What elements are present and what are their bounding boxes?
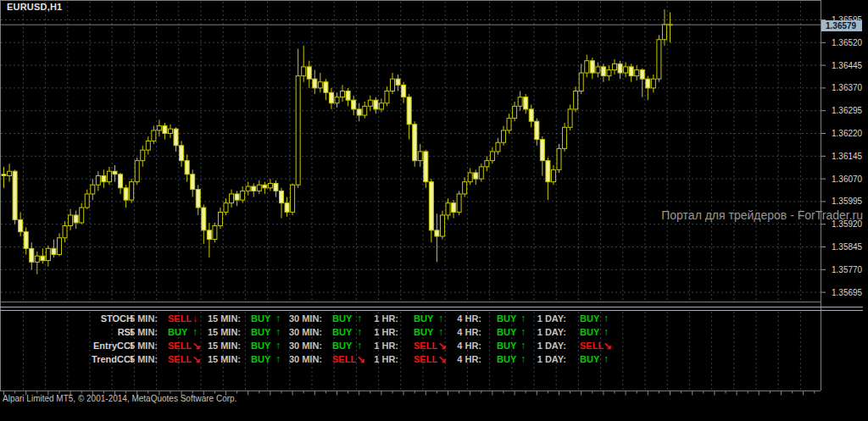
candle — [30, 248, 34, 262]
candle — [657, 40, 661, 79]
candle — [218, 212, 222, 225]
timeframe-label: 4 HR: — [437, 325, 481, 339]
candle — [490, 152, 494, 161]
candle — [196, 190, 200, 208]
timeframe-label: 30 MIN: — [278, 325, 322, 339]
symbol-period-label: EURUSD,H1 — [7, 2, 62, 12]
candle — [613, 64, 617, 69]
candle — [546, 161, 550, 182]
candle — [307, 67, 311, 79]
timeframe-label: 5 MIN: — [114, 312, 158, 325]
candle — [357, 109, 361, 115]
candle — [185, 161, 189, 174]
candle — [379, 103, 383, 109]
up-arrow-icon: ↑ — [604, 325, 609, 339]
price-axis-label: 1.36220 — [832, 129, 863, 138]
candle — [252, 186, 256, 191]
candle — [640, 69, 644, 79]
price-axis-label: 1.35845 — [832, 242, 863, 252]
candle — [130, 182, 134, 200]
up-arrow-icon: ↑ — [604, 352, 609, 366]
candle — [69, 215, 73, 226]
signal-buy: BUY — [414, 312, 433, 325]
timeframe-label: 1 HR: — [354, 312, 398, 325]
signal-buy: BUY — [497, 339, 516, 352]
candle — [579, 73, 583, 91]
timeframe-label: 4 HR: — [437, 352, 481, 366]
candle — [429, 182, 433, 230]
candle — [485, 161, 489, 167]
candle — [157, 126, 161, 130]
signal-buy: BUY — [251, 312, 270, 325]
candle — [213, 225, 217, 239]
signal-buy: BUY — [332, 339, 352, 352]
candle — [8, 171, 12, 175]
candle — [335, 97, 339, 103]
candle — [85, 194, 89, 208]
signal-buy: BUY — [580, 352, 599, 366]
candle — [463, 182, 467, 194]
signal-buy: BUY — [497, 352, 516, 366]
down-arrow-icon: ↘ — [604, 339, 612, 352]
candle — [135, 161, 139, 182]
candle — [207, 230, 211, 240]
candle — [124, 188, 128, 200]
candle — [241, 191, 245, 200]
timeframe-label: 5 MIN: — [114, 352, 158, 366]
mt5-chart-window: 1.365951.365201.364451.363701.362951.362… — [0, 0, 868, 421]
candle — [407, 97, 411, 125]
candle — [63, 225, 67, 237]
watermark-text: Портал для трейдеров - ForTrader.ru — [661, 208, 863, 222]
candle — [19, 219, 23, 231]
candle — [52, 248, 56, 254]
signal-sell: SELL — [168, 352, 192, 366]
price-axis-label: 1.36520 — [832, 38, 863, 47]
candle — [446, 203, 450, 215]
timeframe-label: 1 DAY: — [522, 312, 566, 325]
timeframe-label: 1 DAY: — [522, 352, 566, 366]
timeframe-label: 4 HR: — [437, 312, 481, 325]
candle — [285, 203, 289, 213]
candle — [174, 129, 178, 146]
candle — [596, 67, 600, 73]
timeframe-label: 15 MIN: — [197, 325, 241, 339]
candle — [574, 91, 578, 108]
signal-buy: BUY — [580, 312, 599, 325]
candle — [424, 152, 428, 182]
timeframe-label: 1 HR: — [354, 352, 398, 366]
candle — [646, 79, 650, 88]
candle — [585, 61, 589, 73]
timeframe-label: 15 MIN: — [197, 339, 241, 352]
candle — [502, 130, 506, 142]
candle — [563, 127, 567, 148]
signal-sell: SELL — [580, 339, 604, 352]
candle — [24, 232, 28, 249]
candle — [402, 85, 406, 97]
signal-sell: SELL — [414, 339, 437, 352]
candle — [341, 91, 345, 97]
signal-sell: SELL — [332, 352, 356, 366]
candle — [352, 100, 356, 109]
timeframe-label: 1 DAY: — [522, 339, 566, 352]
candle — [324, 82, 328, 93]
candle — [418, 152, 422, 161]
candle — [152, 130, 156, 141]
candle — [524, 97, 528, 109]
price-axis-label: 1.36070 — [832, 174, 863, 184]
candle — [296, 76, 300, 186]
signal-buy: BUY — [414, 325, 433, 339]
timeframe-label: 5 MIN: — [114, 325, 158, 339]
timeframe-label: 5 MIN: — [114, 339, 158, 352]
candles — [2, 9, 672, 274]
timeframe-label: 1 DAY: — [522, 325, 566, 339]
candle — [551, 169, 555, 181]
candle — [629, 67, 633, 76]
candle — [601, 67, 605, 76]
candle — [91, 185, 95, 194]
signal-buy: BUY — [497, 325, 516, 339]
candle — [113, 171, 117, 174]
candle — [46, 248, 50, 260]
candle — [230, 194, 234, 203]
candle — [180, 146, 184, 161]
candle — [374, 100, 378, 109]
